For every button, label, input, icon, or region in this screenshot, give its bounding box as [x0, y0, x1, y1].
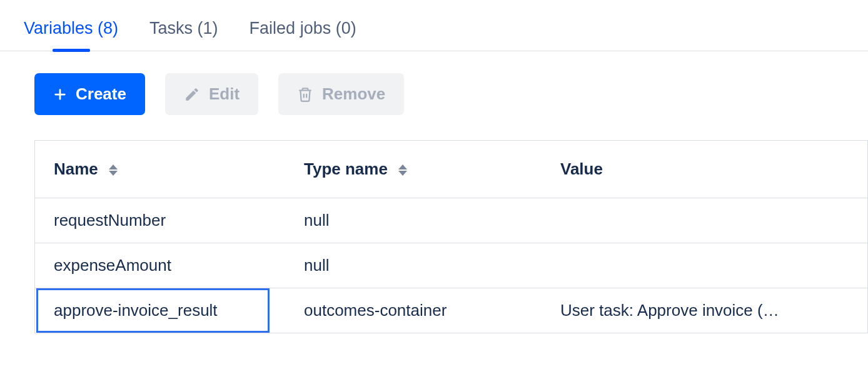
cell-value	[542, 198, 867, 243]
variables-table-container: Name Type name Value requestNumbernullex…	[34, 140, 868, 333]
create-button[interactable]: Create	[34, 73, 145, 115]
remove-button-label: Remove	[322, 84, 385, 104]
plus-icon	[53, 88, 67, 101]
cell-name: requestNumber	[35, 198, 285, 243]
remove-button[interactable]: Remove	[278, 73, 404, 115]
tab-tasks[interactable]: Tasks (1)	[149, 19, 218, 51]
cell-type: null	[285, 243, 542, 288]
cell-name: approve-invoice_result	[35, 288, 285, 333]
trash-icon	[297, 86, 313, 103]
tab-variables[interactable]: Variables (8)	[24, 19, 118, 51]
column-type-label: Type name	[304, 159, 388, 178]
toolbar: Create Edit Remove	[0, 51, 868, 115]
table-row[interactable]: approve-invoice_resultoutcomes-container…	[35, 288, 867, 333]
variables-table: Name Type name Value requestNumbernullex…	[35, 141, 867, 333]
column-header-name[interactable]: Name	[35, 141, 285, 198]
cell-name: expenseAmount	[35, 243, 285, 288]
column-name-label: Name	[54, 159, 98, 178]
sort-icon	[109, 164, 118, 176]
edit-button-label: Edit	[209, 84, 240, 104]
column-value-label: Value	[560, 159, 603, 178]
edit-button[interactable]: Edit	[165, 73, 258, 115]
column-header-type[interactable]: Type name	[285, 141, 542, 198]
cell-value	[542, 243, 867, 288]
pencil-icon	[184, 86, 200, 103]
create-button-label: Create	[76, 84, 126, 104]
sort-icon	[398, 164, 407, 176]
tabs-bar: Variables (8) Tasks (1) Failed jobs (0)	[0, 0, 868, 51]
cell-value: User task: Approve invoice (…	[542, 288, 867, 333]
column-header-value[interactable]: Value	[542, 141, 867, 198]
cell-type: null	[285, 198, 542, 243]
tab-failed-jobs[interactable]: Failed jobs (0)	[250, 19, 356, 51]
table-row[interactable]: expenseAmountnull	[35, 243, 867, 288]
table-row[interactable]: requestNumbernull	[35, 198, 867, 243]
cell-type: outcomes-container	[285, 288, 542, 333]
